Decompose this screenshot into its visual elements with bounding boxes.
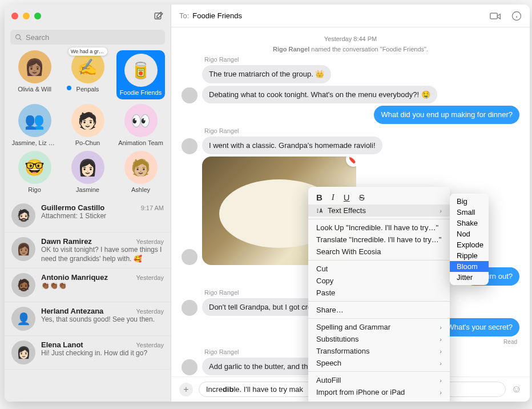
avatar: 👥	[18, 104, 51, 137]
text-effects-submenu: BigSmallShakeNodExplodeRippleBloomJitter	[450, 194, 489, 285]
pin-label: Jasmine	[76, 186, 99, 193]
menu-paste[interactable]: Paste	[308, 287, 450, 299]
avatar: 👩🏻	[11, 340, 35, 364]
reaction-heart[interactable]: ❤️	[346, 157, 356, 167]
conversation-item[interactable]: 👩🏽Dawn RamirezYesterdayOK to visit tonig…	[5, 232, 171, 268]
message-row: Debating what to cook tonight. What's on…	[182, 86, 519, 104]
close-icon[interactable]	[11, 13, 18, 19]
pinned-conversation[interactable]: 👩🏻Jasmine	[63, 151, 112, 193]
menu-share[interactable]: Share…	[308, 304, 450, 316]
pinned-conversation[interactable]: 🥫Foodie Friends	[116, 50, 165, 99]
conversation-item[interactable]: 🧔🏻Guillermo Castillo9:17 AMAttachment: 1…	[5, 199, 171, 232]
conversation-item[interactable]: 🧔🏾Antonio ManriquezYesterday👏🏾👏🏾👏🏾	[5, 268, 171, 302]
avatar: 👩🏽	[18, 50, 51, 83]
facetime-icon[interactable]	[490, 11, 501, 21]
menu-import[interactable]: Import from iPhone or iPad›	[308, 386, 450, 398]
avatar: 👤	[11, 307, 35, 331]
avatar: 🧔🏾	[11, 273, 35, 297]
message-bubble[interactable]: Debating what to cook tonight. What's on…	[202, 86, 437, 104]
search-input[interactable]: Search	[10, 30, 165, 45]
pinned-conversation[interactable]: 👥Jasmine, Liz &…	[10, 104, 59, 146]
pinned-conversation[interactable]: We had a great time. Home with th…✍️Penp…	[63, 50, 112, 99]
pinned-conversation[interactable]: 🤓Rigo	[10, 151, 59, 193]
context-menu: B I U S Text Effects › Look Up "Incredib…	[308, 187, 450, 402]
zoom-icon[interactable]	[34, 13, 41, 19]
submenu-item-bloom[interactable]: Bloom	[450, 261, 489, 272]
conversation-name: Dawn Ramirez	[41, 237, 92, 246]
conversation-time: Yesterday	[136, 342, 164, 348]
menu-text-effects[interactable]: Text Effects ›	[308, 204, 450, 216]
avatar: 🤓	[18, 151, 51, 184]
sender-label: Rigo Rangel	[204, 56, 519, 63]
menu-copy[interactable]: Copy	[308, 275, 450, 287]
sidebar: Search 👩🏽Olivia & WillWe had a great tim…	[5, 5, 171, 402]
avatar	[182, 249, 198, 265]
pinned-conversation[interactable]: 🧑🏼Ashley	[116, 151, 165, 193]
unread-indicator	[67, 86, 71, 90]
conversation-preview: OK to visit tonight? I have some things …	[41, 246, 164, 263]
bold-button[interactable]: B	[316, 193, 323, 202]
menu-spelling[interactable]: Spelling and Grammar›	[308, 321, 450, 333]
to-label: To:	[179, 11, 189, 20]
submenu-item-nod[interactable]: Nod	[450, 228, 489, 239]
menu-substitutions[interactable]: Substitutions›	[308, 333, 450, 345]
pin-label: Olivia & Will	[18, 86, 51, 93]
emoji-icon[interactable]: ☺	[511, 383, 522, 395]
menu-translate[interactable]: Translate "Incredible. I'll have to try……	[308, 234, 450, 246]
system-message: Rigo Rangel named the conversation "Food…	[182, 46, 519, 53]
apps-button[interactable]: +	[179, 383, 193, 396]
conversation-name: Guillermo Castillo	[41, 203, 104, 212]
pinned-conversation[interactable]: 👀Animation Team	[116, 104, 165, 146]
menu-autofill[interactable]: AutoFill›	[308, 374, 450, 386]
messages-window: Search 👩🏽Olivia & WillWe had a great tim…	[5, 5, 530, 402]
search-icon	[15, 34, 22, 41]
avatar	[182, 138, 198, 154]
message-bubble[interactable]: The true matriarch of the group. 👑	[202, 65, 331, 83]
underline-button[interactable]: U	[344, 193, 350, 202]
conversation-list[interactable]: 🧔🏻Guillermo Castillo9:17 AMAttachment: 1…	[5, 199, 171, 402]
text-effects-icon	[316, 207, 324, 214]
conversation-name: Herland Antezana	[41, 307, 103, 315]
conversation-time: Yesterday	[136, 238, 164, 245]
conversation-time: Yesterday	[136, 274, 164, 281]
pinned-conversation[interactable]: 🧑🏻Po-Chun	[63, 104, 112, 146]
compose-icon[interactable]	[154, 11, 164, 21]
strike-button[interactable]: S	[359, 193, 365, 202]
avatar	[182, 300, 198, 316]
conversation-time: 9:17 AM	[141, 204, 164, 211]
conversation-item[interactable]: 👩🏻Elena LanotYesterdayHi! Just checking …	[5, 336, 171, 370]
message-bubble[interactable]: What's your secret?	[441, 318, 519, 336]
menu-transformations[interactable]: Transformations›	[308, 345, 450, 357]
message-row: What did you end up making for dinner?	[182, 106, 519, 124]
minimize-icon[interactable]	[23, 13, 30, 19]
conversation-item[interactable]: 👤Herland AntezanaYesterdayYes, that soun…	[5, 302, 171, 336]
submenu-item-big[interactable]: Big	[450, 196, 489, 207]
pinned-conversation[interactable]: 👩🏽Olivia & Will	[10, 50, 59, 99]
submenu-item-jitter[interactable]: Jitter	[450, 272, 489, 283]
chevron-right-icon: ›	[440, 207, 442, 214]
avatar: 👩🏽	[11, 237, 35, 261]
menu-speech[interactable]: Speech›	[308, 357, 450, 369]
pin-label: Po-Chun	[75, 139, 100, 146]
italic-button[interactable]: I	[332, 193, 334, 202]
menu-cut[interactable]: Cut	[308, 263, 450, 275]
message-bubble[interactable]: I went with a classic. Grandpa's homemad…	[202, 137, 382, 155]
menu-search[interactable]: Search With Ecosia	[308, 246, 450, 258]
submenu-item-ripple[interactable]: Ripple	[450, 250, 489, 261]
info-icon[interactable]	[511, 11, 522, 21]
submenu-item-shake[interactable]: Shake	[450, 218, 489, 228]
menu-lookup[interactable]: Look Up "Incredible. I'll have to try…"	[308, 222, 450, 234]
submenu-item-explode[interactable]: Explode	[450, 239, 489, 250]
message-row: I went with a classic. Grandpa's homemad…	[182, 137, 519, 155]
recipient-name[interactable]: Foodie Friends	[192, 11, 242, 20]
pin-label: Foodie Friends	[120, 89, 162, 96]
avatar	[182, 87, 198, 103]
avatar	[182, 359, 198, 375]
pin-label: Ashley	[131, 186, 150, 193]
message-bubble[interactable]: What did you end up making for dinner?	[374, 106, 519, 124]
search-placeholder: Search	[26, 33, 49, 42]
svg-rect-2	[490, 13, 498, 19]
menu-services[interactable]: Services›	[308, 398, 450, 402]
conversation-preview: Attachment: 1 Sticker	[41, 212, 164, 221]
submenu-item-small[interactable]: Small	[450, 207, 489, 218]
